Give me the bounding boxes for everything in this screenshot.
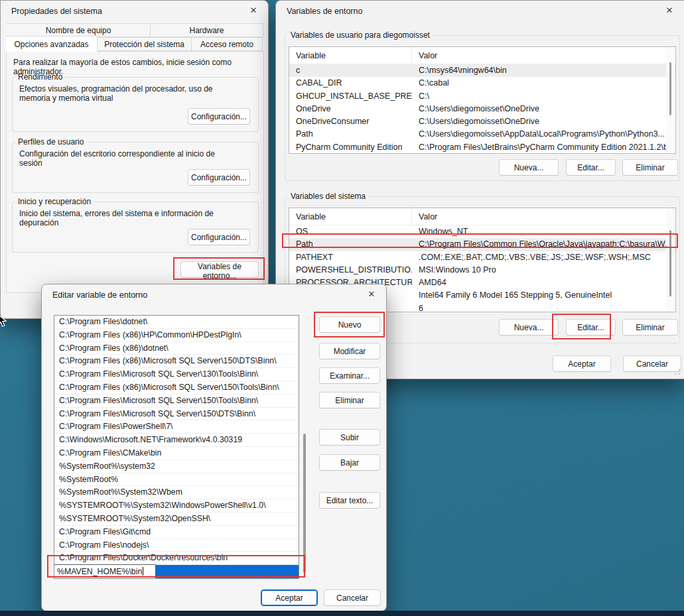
path-list-item[interactable]: C:\Program Files\CMake\bin bbox=[54, 447, 299, 460]
path-list-item[interactable]: C:\Program Files\PowerShell\7\ bbox=[54, 420, 299, 434]
user-table-action-button[interactable]: Editar... bbox=[566, 159, 616, 176]
taskbar-strip bbox=[0, 611, 684, 616]
mouse-cursor bbox=[0, 314, 10, 329]
path-list-item[interactable]: %SYSTEMROOT%\System32\OpenSSH\ bbox=[54, 513, 299, 526]
tab[interactable]: Protección del sistema bbox=[98, 37, 192, 51]
tab[interactable]: Nombre de equipo bbox=[7, 23, 151, 37]
configuracion-button[interactable]: Configuración... bbox=[188, 169, 250, 186]
close-icon[interactable]: ✕ bbox=[245, 3, 261, 18]
dialog-title: Variables de entorno bbox=[287, 7, 362, 16]
configuracion-button[interactable]: Configuración... bbox=[188, 108, 250, 125]
resize-grip[interactable] bbox=[674, 369, 681, 375]
group-description: Configuración del escritorio correspondi… bbox=[19, 149, 238, 168]
edit-action-button[interactable]: Subir bbox=[319, 429, 380, 446]
group-label: Inicio y recuperación bbox=[15, 197, 94, 206]
user-variables-label: Variables de usuario para diegomoisset bbox=[287, 31, 433, 40]
text-caret bbox=[143, 567, 143, 576]
system-properties-dialog: Propiedades del sistema ✕ Nombre de equi… bbox=[0, 0, 269, 319]
edit-action-button[interactable]: Eliminar bbox=[319, 392, 380, 408]
path-list-item[interactable]: %SystemRoot%\System32\Wbem bbox=[54, 486, 299, 499]
tab[interactable]: Opciones avanzadas bbox=[6, 36, 98, 52]
edit-action-button[interactable]: Editar texto... bbox=[319, 492, 380, 509]
system-table-action-button[interactable]: Editar... bbox=[566, 319, 616, 336]
path-edit-input[interactable]: %MAVEN_HOME%\bin bbox=[54, 564, 156, 579]
close-icon[interactable]: ✕ bbox=[661, 3, 677, 18]
tab-bar: Nombre de equipoHardware Opciones avanza… bbox=[6, 23, 264, 52]
environment-variables-button[interactable]: Variables de entorno... bbox=[180, 261, 259, 278]
edit-action-button[interactable]: Nuevo bbox=[319, 316, 380, 333]
user-table-action-button[interactable]: Nueva... bbox=[499, 159, 559, 176]
edit-action-button[interactable]: Examinar... bbox=[319, 367, 380, 384]
column-valor: Valor bbox=[412, 47, 675, 64]
listbox-scrollbar[interactable] bbox=[303, 434, 306, 573]
path-list-item[interactable]: C:\Program Files\Docker\Docker\resources… bbox=[54, 552, 299, 565]
configuracion-button[interactable]: Configuración... bbox=[188, 229, 250, 245]
column-valor: Valor bbox=[412, 208, 675, 225]
advanced-tab-pane: Para realizar la mayoría de estos cambio… bbox=[6, 51, 264, 293]
table-row[interactable]: c C:\msys64\mingw64\bin bbox=[289, 64, 675, 77]
path-list-item[interactable]: %SystemRoot% bbox=[54, 473, 299, 487]
edit-action-button[interactable]: Modificar bbox=[319, 343, 380, 359]
path-list-item[interactable]: C:\Program Files\dotnet\ bbox=[54, 316, 299, 329]
path-edit-row[interactable]: %MAVEN_HOME%\bin bbox=[54, 565, 299, 578]
table-header: Variable Valor bbox=[289, 208, 675, 225]
system-table-action-button[interactable]: Nueva... bbox=[499, 319, 559, 336]
table-row[interactable]: PyCharm Community Edition C:\Program Fil… bbox=[289, 141, 675, 154]
path-list-item[interactable]: C:\Program Files (x86)\dotnet\ bbox=[54, 342, 299, 355]
group-label: Perfiles de usuario bbox=[15, 137, 86, 147]
system-table-action-button[interactable]: Eliminar bbox=[622, 319, 678, 336]
dialog-footer-button[interactable]: Aceptar bbox=[553, 355, 611, 372]
table-row[interactable]: OS Windows_NT bbox=[289, 225, 675, 238]
dialog-footer-button[interactable]: Aceptar bbox=[261, 589, 318, 606]
table-row[interactable]: CABAL_DIR C:\cabal bbox=[289, 77, 675, 90]
table-row[interactable]: PATHEXT .COM;.EXE;.BAT;.CMD;.VBS;.VBE;.J… bbox=[289, 251, 675, 264]
settings-group: Inicio y recuperación Inicio del sistema… bbox=[12, 197, 259, 253]
table-row[interactable]: POWERSHELL_DISTRIBUTIO... MSI:Windows 10… bbox=[289, 264, 675, 277]
close-icon[interactable]: ✕ bbox=[364, 287, 379, 302]
path-list-item[interactable]: C:\Windows\Microsoft.NET\Framework\v4.0.… bbox=[54, 434, 299, 447]
scrollbar[interactable] bbox=[666, 48, 675, 153]
path-list-item[interactable]: C:\Program Files\nodejs\ bbox=[54, 539, 299, 552]
group-description: Inicio del sistema, errores del sistema … bbox=[19, 209, 238, 227]
system-variables-label: Variables del sistema bbox=[287, 192, 369, 201]
table-row[interactable]: OneDrive C:\Users\diegomoisset\OneDrive bbox=[289, 103, 675, 115]
dialog-footer-button[interactable]: Cancelar bbox=[324, 589, 381, 606]
tab[interactable]: Acceso remoto bbox=[192, 37, 263, 51]
path-list-item[interactable]: C:\Program Files\Microsoft SQL Server\15… bbox=[54, 395, 299, 408]
column-variable: Variable bbox=[289, 47, 412, 64]
user-table-action-button[interactable]: Eliminar bbox=[622, 159, 678, 176]
settings-group: Rendimiento Efectos visuales, programaci… bbox=[12, 72, 259, 132]
dialog-footer-button[interactable]: Cancelar bbox=[623, 355, 681, 372]
path-list-item[interactable]: C:\Program Files\Git\cmd bbox=[54, 526, 299, 539]
edit-action-button[interactable]: Bajar bbox=[319, 454, 380, 471]
scrollbar[interactable] bbox=[666, 209, 675, 311]
path-list-item[interactable]: %SYSTEMROOT%\System32\WindowsPowerShell\… bbox=[54, 499, 299, 513]
path-list-item[interactable]: C:\Program Files (x86)\HP\Common\HPDestP… bbox=[54, 329, 299, 342]
path-list-item[interactable]: C:\Program Files\Microsoft SQL Server\13… bbox=[54, 368, 299, 381]
path-list-item[interactable]: %SystemRoot%\system32 bbox=[54, 460, 299, 473]
group-description: Efectos visuales, programación del proce… bbox=[19, 84, 238, 103]
table-row[interactable]: Path C:\Users\diegomoisset\AppData\Local… bbox=[289, 128, 675, 141]
path-listbox[interactable]: C:\Program Files\dotnet\C:\Program Files… bbox=[54, 315, 299, 579]
table-row[interactable]: Path C:\Program Files\Common Files\Oracl… bbox=[289, 238, 675, 251]
table-row[interactable]: GHCUP_INSTALL_BASE_PRE... C:\ bbox=[289, 90, 675, 103]
table-header: Variable Valor bbox=[289, 47, 675, 64]
path-list-item[interactable]: C:\Program Files (x86)\Microsoft SQL Ser… bbox=[54, 355, 299, 368]
column-variable: Variable bbox=[289, 208, 412, 225]
dialog-title: Editar variable de entorno bbox=[52, 290, 147, 300]
user-variables-table: Variable Valor c C:\msys64\mingw64\bin C… bbox=[289, 46, 676, 154]
tab[interactable]: Hardware bbox=[151, 23, 263, 37]
group-label: Rendimiento bbox=[15, 72, 65, 82]
desktop: { "annotation_color": "#e03a3a", "system… bbox=[0, 0, 684, 616]
settings-group: Perfiles de usuario Configuración del es… bbox=[12, 137, 259, 193]
table-row[interactable]: OneDriveConsumer C:\Users\diegomoisset\O… bbox=[289, 115, 675, 128]
edit-environment-variable-dialog: Editar variable de entorno ✕ C:\Program … bbox=[41, 284, 387, 611]
path-list-item[interactable]: C:\Program Files (x86)\Microsoft SQL Ser… bbox=[54, 381, 299, 395]
dialog-title: Propiedades del sistema bbox=[11, 7, 102, 16]
user-variables-group: Variable Valor c C:\msys64\mingw64\bin C… bbox=[285, 35, 680, 181]
path-list-item[interactable]: C:\Program Files\Microsoft SQL Server\15… bbox=[54, 408, 299, 421]
